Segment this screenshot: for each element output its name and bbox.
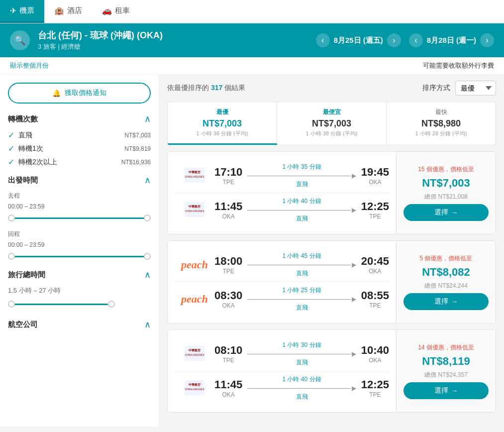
return-slider[interactable] bbox=[8, 251, 151, 261]
price-tab-cheapest[interactable]: 最便宜 NT$7,003 1 小時 38 分鐘 (平均) bbox=[277, 102, 387, 145]
flight-1-duration: 1 小時 35 分鐘 ▶ 直飛 bbox=[247, 163, 356, 189]
show-month-link[interactable]: 顯示整個月份 bbox=[10, 61, 49, 70]
filter-transfer2plus: ✓ 轉機2次以上 NT$16,936 bbox=[8, 157, 151, 167]
outbound-slider-right-thumb[interactable] bbox=[144, 215, 151, 221]
flight-2-depart-airport: TPE bbox=[214, 268, 242, 275]
flight-3-arrive: 10:40 OKA bbox=[361, 344, 389, 364]
flight-card-3: 中華航空 CHINA AIRLINES 08:10 TPE 1 小時 30 分鐘 bbox=[167, 329, 496, 413]
flight-2-arrive-airport: OKA bbox=[361, 268, 389, 275]
flight-1r-duration-label: 1 小時 40 分鐘 bbox=[282, 197, 321, 206]
flight-1-depart: 17:10 TPE bbox=[214, 166, 242, 186]
flight-2r-duration: 1 小時 25 分鐘 ▶ 直飛 bbox=[247, 286, 356, 312]
flight-2-arrow: ▶ bbox=[352, 261, 356, 268]
card-1-total: 總價 NT$21,008 bbox=[424, 193, 468, 201]
check-transfer1[interactable]: ✓ bbox=[8, 144, 14, 153]
check-direct[interactable]: ✓ bbox=[8, 130, 14, 140]
sidebar: 🔔 獲取價格通知 轉機次數 ∧ ✓ 直飛 NT$7,003 ✓ 轉機1次 NT$… bbox=[0, 75, 159, 427]
nav-tab-hotels[interactable]: 🏨 酒店 bbox=[44, 0, 92, 23]
flight-1-depart-airport: TPE bbox=[214, 179, 242, 186]
nav-tab-flights-label: 機票 bbox=[19, 6, 34, 15]
car-icon: 🚗 bbox=[102, 6, 112, 15]
flight-1-arrow: ▶ bbox=[352, 172, 356, 179]
flight-3-duration-label: 1 小時 30 分鐘 bbox=[282, 341, 321, 349]
flight-3-return: 中華航空 CHINA AIRLINES 11:45 OKA 1 小時 40 分鐘 bbox=[175, 371, 389, 405]
peach-logo-1: peach bbox=[181, 258, 208, 271]
card-2-promo: 5 個優惠，價格低至 bbox=[419, 254, 472, 263]
outbound-range: 00:00 – 23:59 bbox=[8, 203, 151, 210]
airline-logo-peach-1: peach bbox=[175, 258, 214, 271]
travel-time-toggle[interactable]: ∧ bbox=[144, 269, 151, 280]
flight-1r-duration-line: ▶ bbox=[247, 207, 356, 214]
card-3-total: 總價 NT$24,357 bbox=[424, 371, 468, 379]
transfer2plus-price: NT$16,936 bbox=[121, 159, 151, 166]
flights-icon: ✈ bbox=[10, 6, 16, 15]
nav-tab-flights[interactable]: ✈ 機票 bbox=[0, 0, 44, 23]
travel-time-left-thumb[interactable] bbox=[8, 301, 15, 308]
notify-label: 獲取價格通知 bbox=[65, 89, 106, 98]
departure-toggle[interactable]: ∧ bbox=[144, 175, 151, 186]
extra-fees-note: 可能需要收取額外行李費 bbox=[423, 61, 494, 70]
notify-button[interactable]: 🔔 獲取價格通知 bbox=[8, 83, 151, 104]
flight-2r-depart: 08:30 OKA bbox=[214, 289, 242, 309]
flight-card-2: peach 18:00 TPE 1 小時 45 分鐘 ▶ bbox=[167, 240, 496, 324]
flight-3-duration-line: ▶ bbox=[247, 350, 356, 357]
transfer-toggle[interactable]: ∧ bbox=[144, 113, 151, 124]
card-3-select-label: 選擇 bbox=[434, 386, 448, 395]
flight-1r-arrive-time: 12:25 bbox=[361, 200, 389, 213]
return-slider-right-thumb[interactable] bbox=[144, 253, 151, 260]
svg-text:中華航空: 中華航空 bbox=[189, 170, 201, 174]
card-2-select-label: 選擇 bbox=[434, 297, 448, 306]
flight-card-3-left: 中華航空 CHINA AIRLINES 08:10 TPE 1 小時 30 分鐘 bbox=[168, 330, 396, 412]
flight-3-outbound: 中華航空 CHINA AIRLINES 08:10 TPE 1 小時 30 分鐘 bbox=[175, 337, 389, 371]
prev-date-left-button[interactable]: ‹ bbox=[316, 33, 330, 47]
flight-3-direct: 直飛 bbox=[296, 358, 308, 367]
airlines-toggle[interactable]: ∧ bbox=[144, 319, 151, 330]
flight-2-outbound: peach 18:00 TPE 1 小時 45 分鐘 ▶ bbox=[175, 248, 389, 282]
route-subtitle: 3 旅客 | 經濟艙 bbox=[38, 42, 308, 51]
price-tab-fastest[interactable]: 最快 NT$8,980 1 小時 28 分鐘 (平均) bbox=[387, 102, 496, 145]
card-1-select-button[interactable]: 選擇 → bbox=[403, 204, 489, 221]
return-slider-left-thumb[interactable] bbox=[8, 253, 15, 260]
flight-1r-depart-airport: OKA bbox=[214, 213, 242, 220]
flight-2-dash bbox=[247, 265, 350, 265]
price-tab-fastest-sub: 1 小時 28 分鐘 (平均) bbox=[391, 130, 492, 137]
price-tab-best-label: 最優 bbox=[172, 108, 273, 116]
china-airlines-svg-1: 中華航空 CHINA AIRLINES bbox=[185, 168, 204, 183]
check-transfer2plus[interactable]: ✓ bbox=[8, 157, 14, 167]
flight-1r-arrive: 12:25 TPE bbox=[361, 200, 389, 220]
nav-tab-car[interactable]: 🚗 租車 bbox=[92, 0, 140, 23]
prev-date-right-button[interactable]: ‹ bbox=[409, 33, 423, 47]
next-date-right-button[interactable]: › bbox=[480, 33, 494, 47]
china-airlines-svg-3r: 中華航空 CHINA AIRLINES bbox=[185, 380, 204, 395]
count-number: 317 bbox=[211, 84, 222, 92]
transfer1-price: NT$9,819 bbox=[124, 145, 151, 152]
search-button[interactable]: 🔍 bbox=[10, 30, 30, 50]
travel-time-right-thumb[interactable] bbox=[108, 301, 115, 308]
flight-1r-depart-time: 11:45 bbox=[214, 200, 242, 213]
direct-label: 直飛 bbox=[18, 131, 32, 140]
price-tabs: 最優 NT$7,003 1 小時 38 分鐘 (平均) 最便宜 NT$7,003… bbox=[167, 102, 496, 145]
flight-1-dash bbox=[247, 176, 350, 176]
next-date-left-button[interactable]: › bbox=[387, 33, 401, 47]
card-3-select-button[interactable]: 選擇 → bbox=[403, 382, 489, 399]
flight-2-depart-time: 18:00 bbox=[214, 255, 242, 268]
flight-2r-duration-label: 1 小時 25 分鐘 bbox=[282, 286, 321, 295]
travel-time-range: 1.5 小時 – 27 小時 bbox=[8, 286, 151, 295]
header-route: 台北 (任何) - 琉球 (沖繩) (OKA) 3 旅客 | 經濟艙 bbox=[38, 29, 308, 51]
flight-3-duration: 1 小時 30 分鐘 ▶ 直飛 bbox=[247, 341, 356, 367]
return-slider-track bbox=[8, 256, 151, 257]
card-2-total: 總價 NT$24,244 bbox=[424, 282, 468, 290]
outbound-slider-left-thumb[interactable] bbox=[8, 215, 15, 221]
sort-select[interactable]: 最優 最便宜 最快 bbox=[455, 81, 496, 96]
flight-3r-duration: 1 小時 40 分鐘 ▶ 直飛 bbox=[247, 375, 356, 401]
direct-price: NT$7,003 bbox=[124, 132, 151, 139]
price-tab-best[interactable]: 最優 NT$7,003 1 小時 38 分鐘 (平均) bbox=[168, 102, 277, 145]
outbound-slider-track bbox=[8, 217, 151, 219]
search-icon: 🔍 bbox=[14, 35, 25, 46]
outbound-label: 去程 bbox=[8, 192, 151, 200]
outbound-slider[interactable] bbox=[8, 213, 151, 223]
flight-3-arrow: ▶ bbox=[352, 350, 356, 357]
card-2-select-button[interactable]: 選擇 → bbox=[403, 293, 489, 310]
peach-logo-2: peach bbox=[181, 293, 208, 306]
travel-time-slider[interactable] bbox=[8, 299, 151, 309]
